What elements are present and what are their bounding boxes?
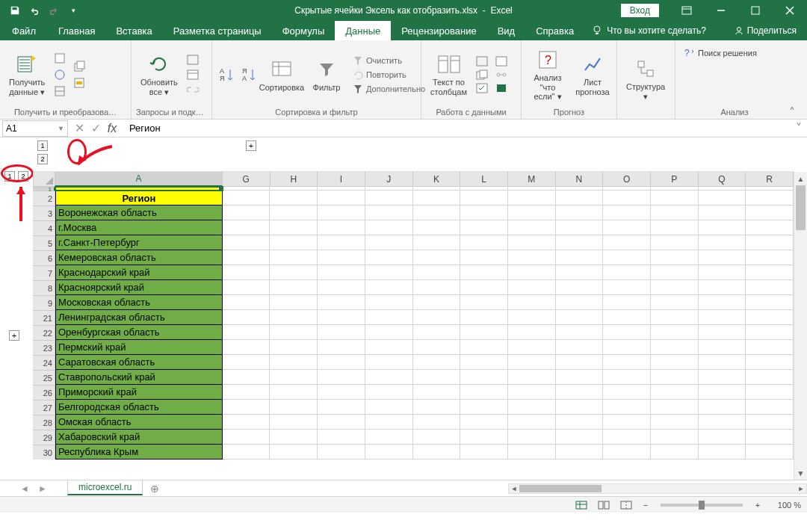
scroll-right-icon[interactable]: ►: [796, 484, 806, 493]
share-button[interactable]: Поделиться: [723, 21, 807, 40]
cell-A24[interactable]: Саратовская область: [55, 355, 223, 370]
clear-filter-button[interactable]: Очистить: [350, 55, 428, 66]
cell-K6[interactable]: [413, 250, 461, 265]
cell-R6[interactable]: [746, 250, 794, 265]
cell-A5[interactable]: г.Санкт-Петербург: [55, 235, 223, 250]
cell-A6[interactable]: Кемеровская область: [55, 250, 223, 265]
cell-I6[interactable]: [318, 250, 365, 265]
row-outline-expand[interactable]: +: [9, 330, 19, 341]
cell-M2[interactable]: [508, 191, 556, 205]
view-page-break-icon[interactable]: [617, 498, 635, 512]
cell-J9[interactable]: [365, 295, 413, 310]
col-outline-expand[interactable]: +: [246, 140, 256, 151]
cell-Q6[interactable]: [699, 250, 746, 265]
cell-A28[interactable]: Омская область: [55, 415, 223, 430]
minimize-icon[interactable]: [704, 0, 738, 21]
zoom-in-button[interactable]: +: [752, 499, 764, 511]
cell-H28[interactable]: [270, 415, 318, 430]
cell-Q29[interactable]: [699, 430, 746, 445]
cell-I29[interactable]: [318, 430, 365, 445]
cell-G27[interactable]: [223, 400, 270, 415]
reapply-filter-button[interactable]: Повторить: [350, 69, 428, 81]
cell-J6[interactable]: [365, 250, 413, 265]
cell-L9[interactable]: [460, 295, 508, 310]
row-header-30[interactable]: 30: [33, 445, 55, 460]
cell-Q22[interactable]: [699, 325, 746, 340]
cell-G6[interactable]: [223, 250, 270, 265]
advanced-filter-button[interactable]: Дополнительно: [350, 83, 428, 95]
cell-K24[interactable]: [413, 355, 461, 370]
cell-R25[interactable]: [746, 370, 794, 385]
row-header-5[interactable]: 5: [33, 235, 55, 250]
cell-M28[interactable]: [508, 415, 556, 430]
from-table-button[interactable]: [51, 84, 69, 98]
row-header-2[interactable]: 2: [33, 191, 55, 205]
cell-P23[interactable]: [651, 340, 699, 355]
from-text-button[interactable]: [51, 52, 69, 65]
cell-H5[interactable]: [270, 235, 318, 250]
cell-I21[interactable]: [318, 310, 365, 325]
remove-dup-button[interactable]: [473, 69, 491, 81]
cell-L29[interactable]: [460, 430, 508, 445]
cell-J22[interactable]: [365, 325, 413, 340]
cell-O21[interactable]: [603, 310, 651, 325]
row-header-7[interactable]: 7: [33, 265, 55, 280]
cell-A1[interactable]: [55, 187, 223, 191]
cell-L6[interactable]: [460, 250, 508, 265]
cell-O28[interactable]: [603, 415, 651, 430]
cell-H26[interactable]: [270, 385, 318, 400]
column-header-R[interactable]: R: [746, 172, 794, 187]
zoom-out-button[interactable]: −: [640, 499, 652, 511]
row-header-21[interactable]: 21: [33, 310, 55, 325]
select-all-corner[interactable]: [33, 172, 55, 187]
queries-button[interactable]: [184, 54, 202, 66]
cell-H22[interactable]: [270, 325, 318, 340]
edit-links-button[interactable]: [184, 84, 202, 96]
zoom-slider[interactable]: [661, 504, 743, 507]
cell-O22[interactable]: [603, 325, 651, 340]
cell-G23[interactable]: [223, 340, 270, 355]
cell-N27[interactable]: [556, 400, 604, 415]
add-sheet-button[interactable]: ⊕: [143, 483, 167, 495]
maximize-icon[interactable]: [738, 0, 773, 21]
sort-az-button[interactable]: АЯ: [217, 66, 236, 84]
cell-H7[interactable]: [270, 265, 318, 280]
scroll-down-icon[interactable]: ▼: [794, 466, 807, 480]
cell-P25[interactable]: [651, 370, 699, 385]
row-outline-level-2[interactable]: 2: [18, 171, 28, 182]
cell-N6[interactable]: [556, 250, 604, 265]
cell-Q5[interactable]: [699, 235, 746, 250]
cell-Q24[interactable]: [699, 355, 746, 370]
cell-J29[interactable]: [365, 430, 413, 445]
enter-formula-icon[interactable]: ✓: [87, 121, 104, 136]
cell-P3[interactable]: [651, 205, 699, 220]
cell-R3[interactable]: [746, 205, 794, 220]
cell-O29[interactable]: [603, 430, 651, 445]
cell-N4[interactable]: [556, 220, 604, 235]
cell-H21[interactable]: [270, 310, 318, 325]
row-header-3[interactable]: 3: [33, 205, 55, 220]
column-header-N[interactable]: N: [556, 172, 604, 187]
cell-A25[interactable]: Ставропольский край: [55, 370, 223, 385]
sheet-next-icon[interactable]: ►: [35, 483, 50, 494]
cell-H3[interactable]: [270, 205, 318, 220]
tab-view[interactable]: Вид: [487, 21, 526, 40]
cell-R8[interactable]: [746, 280, 794, 295]
cell-N3[interactable]: [556, 205, 604, 220]
row-header-6[interactable]: 6: [33, 250, 55, 265]
ribbon-display-icon[interactable]: [670, 0, 704, 21]
cell-M30[interactable]: [508, 445, 556, 460]
cell-I25[interactable]: [318, 370, 365, 385]
cell-J26[interactable]: [365, 385, 413, 400]
sort-za-button[interactable]: ЯА: [239, 66, 259, 84]
row-header-26[interactable]: 26: [33, 385, 55, 400]
cell-P28[interactable]: [651, 415, 699, 430]
properties-button[interactable]: [184, 69, 202, 81]
cell-K5[interactable]: [413, 235, 461, 250]
cell-H23[interactable]: [270, 340, 318, 355]
row-header-25[interactable]: 25: [33, 370, 55, 385]
cell-M26[interactable]: [508, 385, 556, 400]
cell-R7[interactable]: [746, 265, 794, 280]
cell-J28[interactable]: [365, 415, 413, 430]
cell-P22[interactable]: [651, 325, 699, 340]
